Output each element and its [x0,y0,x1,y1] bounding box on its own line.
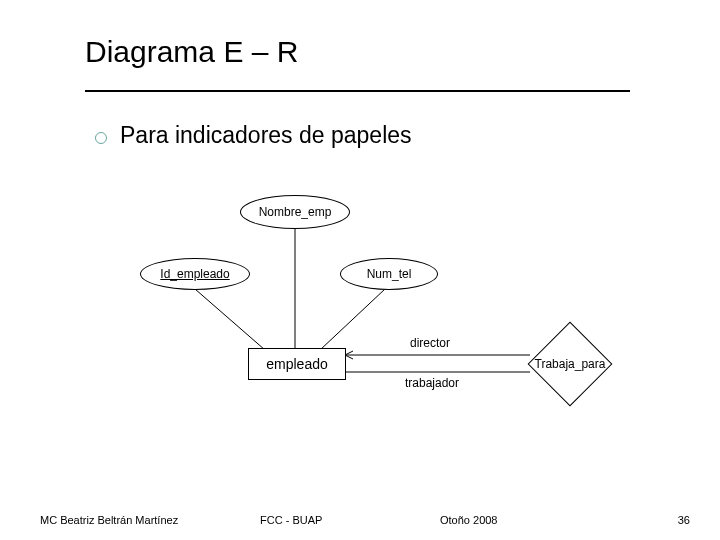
svg-line-5 [345,355,353,359]
slide: Diagrama E – R Para indicadores de papel… [0,0,720,540]
footer-author: MC Beatriz Beltrán Martínez [40,514,178,526]
footer-page: 36 [678,514,690,526]
svg-line-1 [195,289,265,350]
er-diagram: Nombre_emp Id_empleado Num_tel empleado … [0,0,720,540]
footer-center: FCC - BUAP [260,514,322,526]
svg-line-4 [345,351,353,355]
svg-line-2 [320,289,385,350]
relationship-trabaja-para: Trabaja_para [505,320,635,408]
attribute-label: Id_empleado [160,267,229,281]
attribute-nombre-emp: Nombre_emp [240,195,350,229]
entity-label: empleado [266,356,328,372]
attribute-id-empleado: Id_empleado [140,258,250,290]
entity-empleado: empleado [248,348,346,380]
relationship-label: Trabaja_para [535,357,606,371]
role-trabajador: trabajador [405,376,459,390]
footer-semester: Otoño 2008 [440,514,498,526]
attribute-num-tel: Num_tel [340,258,438,290]
attribute-label: Num_tel [367,267,412,281]
role-director: director [410,336,450,350]
attribute-label: Nombre_emp [259,205,332,219]
